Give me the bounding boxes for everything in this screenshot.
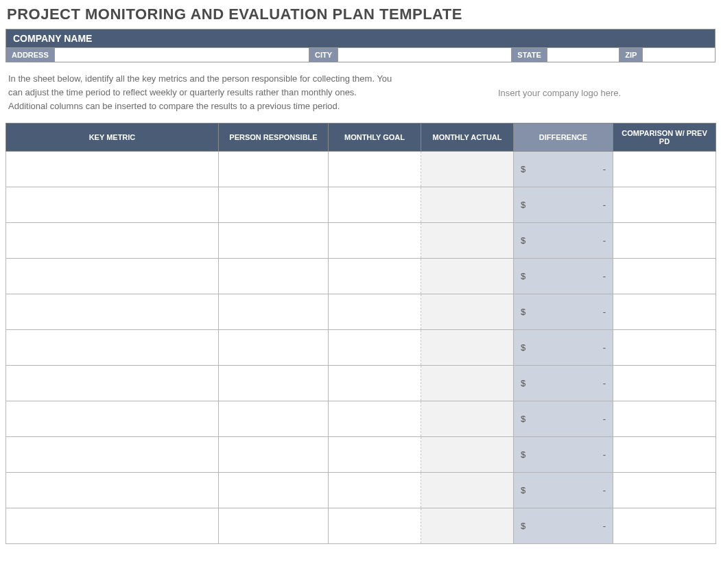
difference-value: - (603, 200, 606, 210)
difference-value: - (603, 307, 606, 317)
address-field[interactable] (55, 48, 309, 62)
cell-difference: $- (514, 508, 613, 544)
cell-comparison[interactable] (613, 366, 716, 401)
table-row: $- (6, 259, 716, 294)
cell-monthly-goal[interactable] (329, 187, 421, 223)
col-header-metric: KEY METRIC (6, 124, 219, 152)
cell-key-metric[interactable] (6, 152, 219, 187)
cell-monthly-actual[interactable] (421, 294, 514, 330)
currency-symbol: $ (521, 485, 525, 495)
zip-label: ZIP (619, 48, 643, 62)
cell-comparison[interactable] (613, 223, 716, 259)
cell-key-metric[interactable] (6, 294, 219, 330)
cell-difference: $- (514, 401, 613, 437)
difference-value: - (603, 378, 606, 388)
cell-monthly-actual[interactable] (421, 366, 514, 401)
cell-monthly-actual[interactable] (421, 187, 514, 223)
cell-person-responsible[interactable] (219, 366, 329, 401)
difference-value: - (603, 235, 606, 246)
cell-key-metric[interactable] (6, 366, 219, 401)
cell-comparison[interactable] (613, 330, 716, 366)
cell-difference: $- (514, 473, 613, 508)
cell-monthly-actual[interactable] (421, 401, 514, 437)
state-field[interactable] (547, 48, 619, 62)
difference-value: - (603, 271, 606, 281)
address-row: ADDRESS CITY STATE ZIP (5, 48, 716, 62)
cell-monthly-goal[interactable] (329, 259, 421, 294)
cell-monthly-actual[interactable] (421, 152, 514, 187)
cell-monthly-actual[interactable] (421, 330, 514, 366)
table-row: $- (6, 473, 716, 508)
cell-monthly-actual[interactable] (421, 259, 514, 294)
cell-monthly-goal[interactable] (329, 508, 421, 544)
table-row: $- (6, 401, 716, 437)
col-header-actual: MONTHLY ACTUAL (421, 124, 514, 152)
cell-monthly-goal[interactable] (329, 437, 421, 473)
address-label: ADDRESS (6, 48, 55, 62)
cell-comparison[interactable] (613, 187, 716, 223)
cell-person-responsible[interactable] (219, 259, 329, 294)
col-header-person: PERSON RESPONSIBLE (219, 124, 329, 152)
cell-comparison[interactable] (613, 259, 716, 294)
cell-monthly-actual[interactable] (421, 508, 514, 544)
difference-value: - (603, 521, 606, 531)
difference-value: - (603, 342, 606, 353)
cell-monthly-actual[interactable] (421, 437, 514, 473)
metrics-table: KEY METRIC PERSON RESPONSIBLE MONTHLY GO… (5, 123, 716, 544)
cell-key-metric[interactable] (6, 330, 219, 366)
currency-symbol: $ (521, 271, 525, 281)
cell-person-responsible[interactable] (219, 330, 329, 366)
currency-symbol: $ (521, 414, 525, 424)
table-row: $- (6, 294, 716, 330)
table-row: $- (6, 152, 716, 187)
cell-monthly-goal[interactable] (329, 223, 421, 259)
company-name-bar[interactable]: COMPANY NAME (5, 29, 716, 48)
cell-monthly-actual[interactable] (421, 223, 514, 259)
instructions-text: In the sheet below, identify all the key… (8, 72, 392, 113)
cell-key-metric[interactable] (6, 187, 219, 223)
cell-key-metric[interactable] (6, 259, 219, 294)
table-row: $- (6, 330, 716, 366)
cell-comparison[interactable] (613, 152, 716, 187)
cell-comparison[interactable] (613, 437, 716, 473)
cell-comparison[interactable] (613, 294, 716, 330)
zip-field[interactable] (643, 48, 715, 62)
difference-value: - (603, 449, 606, 460)
cell-comparison[interactable] (613, 473, 716, 508)
cell-person-responsible[interactable] (219, 437, 329, 473)
cell-key-metric[interactable] (6, 508, 219, 544)
cell-person-responsible[interactable] (219, 152, 329, 187)
cell-difference: $- (514, 223, 613, 259)
cell-key-metric[interactable] (6, 437, 219, 473)
cell-monthly-goal[interactable] (329, 473, 421, 508)
cell-person-responsible[interactable] (219, 187, 329, 223)
cell-person-responsible[interactable] (219, 473, 329, 508)
cell-comparison[interactable] (613, 508, 716, 544)
cell-monthly-goal[interactable] (329, 366, 421, 401)
state-label: STATE (511, 48, 547, 62)
table-row: $- (6, 366, 716, 401)
currency-symbol: $ (521, 449, 525, 460)
cell-monthly-actual[interactable] (421, 473, 514, 508)
cell-person-responsible[interactable] (219, 508, 329, 544)
currency-symbol: $ (521, 307, 525, 317)
cell-monthly-goal[interactable] (329, 294, 421, 330)
cell-difference: $- (514, 330, 613, 366)
cell-difference: $- (514, 259, 613, 294)
cell-person-responsible[interactable] (219, 223, 329, 259)
cell-person-responsible[interactable] (219, 294, 329, 330)
table-row: $- (6, 437, 716, 473)
currency-symbol: $ (521, 342, 525, 353)
cell-comparison[interactable] (613, 401, 716, 437)
cell-monthly-goal[interactable] (329, 401, 421, 437)
cell-key-metric[interactable] (6, 473, 219, 508)
col-header-comparison: COMPARISON W/ PREV PD (613, 124, 716, 152)
cell-person-responsible[interactable] (219, 401, 329, 437)
cell-key-metric[interactable] (6, 401, 219, 437)
cell-key-metric[interactable] (6, 223, 219, 259)
currency-symbol: $ (521, 200, 525, 210)
cell-monthly-goal[interactable] (329, 330, 421, 366)
cell-monthly-goal[interactable] (329, 152, 421, 187)
city-field[interactable] (338, 48, 511, 62)
logo-placeholder[interactable]: Insert your company logo here. (406, 88, 713, 98)
